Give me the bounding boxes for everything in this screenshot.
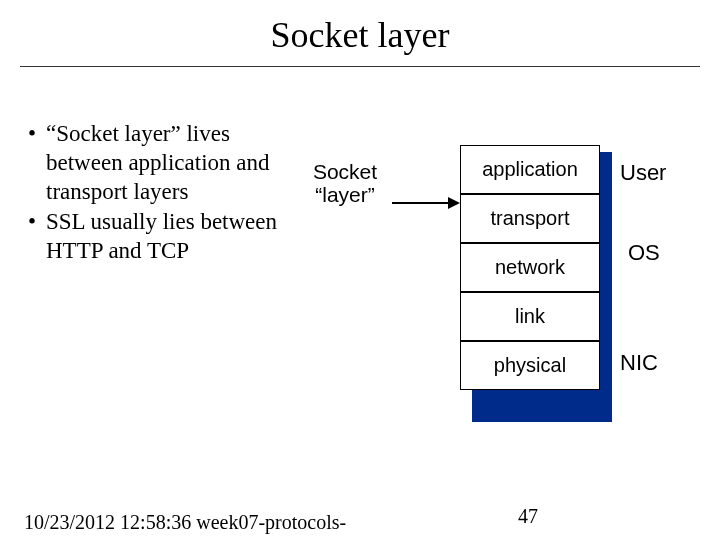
socket-label-line1: Socket [300,160,390,183]
label-user: User [620,160,666,186]
label-nic: NIC [620,350,658,376]
socket-layer-label: Socket “layer” [300,160,390,206]
network-stack: application transport network link physi… [460,145,600,390]
bullet-text: “Socket layer” lives between application… [46,120,288,206]
svg-marker-1 [448,197,460,209]
bullet-dot-icon: • [28,120,46,206]
layer-physical: physical [460,341,600,390]
arrow-icon [392,195,462,211]
layer-application: application [460,145,600,194]
socket-label-line2: “layer” [300,183,390,206]
bullet-item: • “Socket layer” lives between applicati… [28,120,288,206]
footer-file: week07-protocols- [196,511,346,533]
label-os: OS [628,240,660,266]
bullet-list: • “Socket layer” lives between applicati… [28,120,288,268]
layer-link: link [460,292,600,341]
layer-network: network [460,243,600,292]
bullet-text: SSL usually lies between HTTP and TCP [46,208,288,266]
slide-footer: 10/23/2012 12:58:36 week07-protocols- [24,511,704,534]
bullet-dot-icon: • [28,208,46,266]
slide-title: Socket layer [0,14,720,56]
title-divider [20,66,700,67]
layer-transport: transport [460,194,600,243]
bullet-item: • SSL usually lies between HTTP and TCP [28,208,288,266]
footer-date: 10/23/2012 12:58:36 [24,511,191,533]
page-number: 47 [518,505,538,528]
